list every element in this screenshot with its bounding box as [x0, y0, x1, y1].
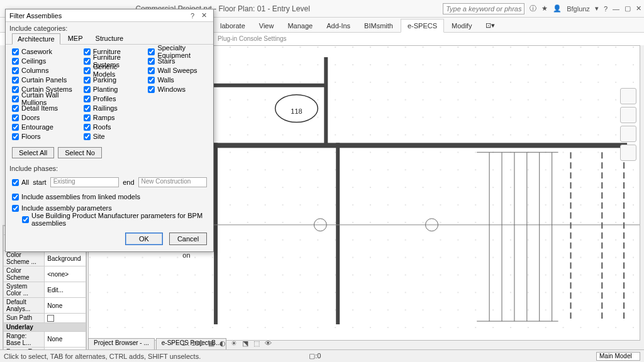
cancel-button[interactable]: Cancel — [169, 233, 207, 245]
ribbon-tab-active[interactable]: e-SPECS — [401, 19, 444, 33]
category-checkbox[interactable]: Walls — [148, 75, 207, 84]
category-checkbox[interactable]: Stairs — [148, 57, 207, 65]
dialog-title: Filter Assemblies — [9, 12, 187, 19]
help-icon[interactable]: ? — [604, 5, 608, 13]
crop-icon[interactable]: ⬚ — [252, 339, 262, 348]
category-checkbox[interactable]: Curtain Panels — [12, 75, 72, 84]
category-checkbox[interactable]: Entourage — [12, 123, 72, 131]
prop-row: Color Scheme<none> — [4, 266, 86, 282]
category-checkbox[interactable]: Doors — [12, 113, 72, 122]
room-number: 118 — [291, 107, 302, 115]
ribbon-tab[interactable]: Manage — [281, 19, 319, 32]
linked-models-checkbox[interactable]: Include assemblies from linked models — [12, 192, 207, 201]
prop-row: Color Scheme ...Background — [4, 251, 86, 266]
category-checkbox[interactable]: Wall Sweeps — [148, 66, 207, 75]
category-checkbox[interactable]: Planting — [84, 85, 137, 94]
selection-count-icon[interactable]: ▢:0 — [309, 352, 321, 360]
category-grid: CaseworkCeilingsColumnsCurtain PanelsCur… — [6, 45, 213, 143]
info-icon[interactable]: ⓘ — [530, 4, 536, 13]
discipline-tabs: Architecture MEP Structure — [6, 33, 213, 45]
minimize-icon[interactable]: — — [613, 5, 619, 13]
svg-rect-3 — [214, 143, 218, 324]
nav-wheel-icon[interactable] — [620, 107, 636, 123]
prop-row: Default Analys...None — [4, 298, 86, 314]
category-checkbox[interactable]: Windows — [148, 85, 207, 94]
select-all-button[interactable]: Select All — [12, 147, 54, 158]
category-checkbox[interactable]: Profiles — [84, 94, 137, 103]
category-checkbox[interactable]: Casework — [12, 47, 72, 56]
nav-pan-icon[interactable] — [620, 126, 636, 142]
dialog-close-icon[interactable]: ✕ — [198, 11, 209, 19]
category-checkbox[interactable]: Specialty Equipment — [148, 47, 207, 56]
filter-assemblies-dialog: Filter Assemblies ? ✕ Include categories… — [5, 9, 214, 252]
view-scale[interactable]: 1 : 100 — [180, 339, 205, 347]
detail-level-icon[interactable]: ▦ — [206, 339, 216, 348]
ribbon-tab[interactable]: Modify — [445, 19, 478, 32]
status-bar: Click to select, TAB for alternates, CTR… — [0, 349, 644, 362]
svg-rect-4 — [336, 143, 340, 324]
maximize-icon[interactable]: ▢ — [625, 4, 631, 13]
select-none-button[interactable]: Select No — [58, 147, 102, 158]
prop-row: Sun Path — [4, 314, 86, 323]
category-checkbox[interactable]: Curtain Wall Mullions — [12, 94, 72, 103]
prop-row: Range: Base L...None — [4, 331, 86, 347]
view-control-bar: 1 : 100 ▦ ◐ ☀ ⬔ ⬚ 👁 — [180, 338, 274, 348]
star-icon[interactable]: ★ — [541, 4, 548, 13]
dialog-help-icon[interactable]: ? — [187, 12, 198, 19]
tab-project-browser[interactable]: Project Browser - ... — [88, 338, 155, 349]
visual-style-icon[interactable]: ◐ — [218, 339, 228, 348]
discipline-tab-architecture[interactable]: Architecture — [12, 33, 60, 45]
bpm-params-checkbox[interactable]: Use Building Product Manufacturer parame… — [22, 215, 207, 224]
svg-rect-6 — [324, 57, 328, 145]
ribbon-tab[interactable]: View — [253, 19, 280, 32]
user-icon[interactable]: 👤 — [553, 4, 562, 13]
category-checkbox[interactable]: Ceilings — [12, 57, 72, 65]
discipline-tab-structure[interactable]: Structure — [91, 33, 129, 44]
nav-home-icon[interactable] — [620, 88, 636, 104]
categories-label: Include categories: — [6, 22, 213, 33]
ribbon-tab-finish[interactable]: ⊡▾ — [479, 19, 501, 32]
dialog-title-bar[interactable]: Filter Assemblies ? ✕ — [6, 9, 213, 22]
svg-rect-2 — [214, 143, 627, 148]
user-name: Bfglunz — [567, 5, 590, 13]
ok-button[interactable]: OK — [125, 233, 163, 245]
ribbon-tab[interactable]: laborate — [214, 19, 252, 32]
assembly-params-checkbox[interactable]: Include assembly parameters — [12, 204, 207, 212]
prop-row: System Color ...Edit... — [4, 282, 86, 298]
category-checkbox[interactable]: Floors — [12, 132, 72, 141]
phase-all-checkbox[interactable]: All — [12, 178, 29, 187]
category-checkbox[interactable]: Ramps — [84, 113, 137, 122]
title-bar-right-icons: ⓘ ★ 👤 Bfglunz ▾ ? — ▢ ✕ — [530, 4, 641, 13]
shadows-icon[interactable]: ⬔ — [240, 339, 250, 348]
category-checkbox[interactable]: Parking — [84, 75, 137, 84]
workset-input[interactable] — [596, 352, 640, 361]
category-checkbox[interactable]: Site — [84, 132, 137, 141]
phase-end-select[interactable]: New Construction — [138, 177, 208, 187]
sun-path-icon[interactable]: ☀ — [229, 339, 239, 348]
category-checkbox[interactable]: Roofs — [84, 123, 137, 131]
svg-text:on: on — [182, 251, 190, 259]
category-checkbox[interactable]: Columns — [12, 66, 72, 75]
category-checkbox[interactable]: Detail Items — [12, 104, 72, 112]
svg-rect-5 — [214, 84, 326, 87]
phases-label: Include phases: — [6, 162, 213, 173]
navigation-bar — [620, 88, 638, 161]
phase-start-select[interactable]: Existing — [50, 177, 119, 187]
category-checkbox[interactable]: Railings — [84, 104, 137, 112]
status-hint: Click to select, TAB for alternates, CTR… — [4, 353, 201, 360]
hide-icon[interactable]: 👁 — [263, 339, 274, 347]
discipline-tab-mep[interactable]: MEP — [63, 33, 88, 44]
phase-end-label: end — [123, 178, 134, 186]
dropdown-icon[interactable]: ▾ — [595, 4, 599, 13]
prop-section-underlay: Underlay — [4, 322, 86, 331]
ribbon-tab[interactable]: BIMsmith — [358, 19, 399, 32]
ribbon-tab[interactable]: Add-Ins — [320, 19, 357, 32]
nav-zoom-icon[interactable] — [620, 145, 636, 161]
search-input[interactable] — [443, 3, 525, 14]
phase-start-label: start — [33, 178, 46, 186]
category-checkbox[interactable]: Generic Models — [84, 66, 137, 75]
close-icon[interactable]: ✕ — [636, 4, 641, 13]
